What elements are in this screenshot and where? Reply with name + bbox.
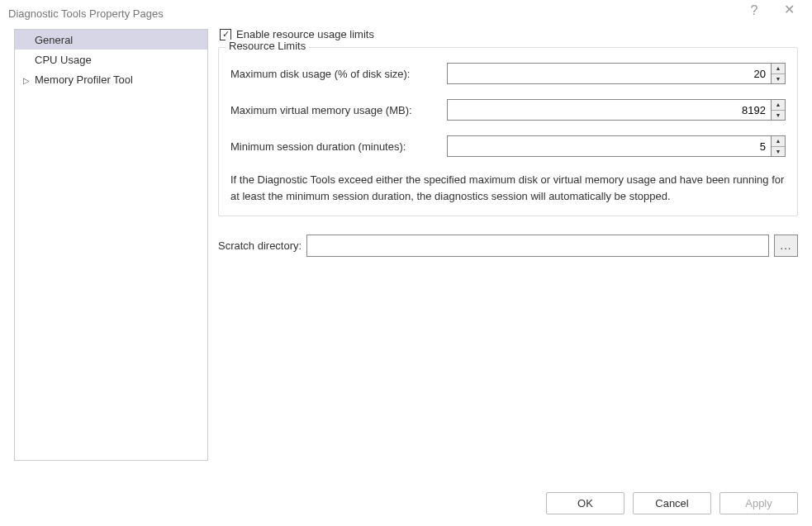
sidebar-item-label: CPU Usage — [35, 54, 92, 66]
scratch-label: Scratch directory: — [218, 239, 302, 252]
max-disk-label: Maximum disk usage (% of disk size): — [230, 68, 447, 80]
apply-button[interactable]: Apply — [719, 492, 798, 514]
enable-limits-label: Enable resource usage limits — [236, 28, 374, 40]
browse-button[interactable]: ... — [774, 235, 798, 257]
min-duration-spinner: ▲ ▼ — [447, 135, 786, 157]
spinner-up-icon[interactable]: ▲ — [772, 136, 785, 147]
max-disk-row: Maximum disk usage (% of disk size): ▲ ▼ — [230, 63, 786, 84]
max-vm-spinner: ▲ ▼ — [447, 99, 786, 121]
ok-button[interactable]: OK — [546, 492, 624, 514]
max-vm-spinner-buttons: ▲ ▼ — [771, 99, 786, 121]
sidebar-item-label: General — [35, 34, 73, 46]
min-duration-input[interactable] — [447, 135, 771, 157]
window-title: Diagnostic Tools Property Pages — [8, 7, 164, 20]
sidebar: General CPU Usage ▷ Memory Profiler Tool — [14, 29, 208, 461]
limits-description: If the Diagnostic Tools exceed either th… — [230, 172, 786, 204]
spinner-up-icon[interactable]: ▲ — [772, 100, 785, 111]
titlebar: Diagnostic Tools Property Pages ? ✕ — [0, 0, 812, 26]
max-disk-spinner-buttons: ▲ ▼ — [771, 63, 786, 84]
spinner-down-icon[interactable]: ▼ — [772, 147, 785, 157]
group-title: Resource Limits — [226, 40, 309, 52]
max-vm-label: Maximum virtual memory usage (MB): — [230, 104, 447, 116]
spinner-down-icon[interactable]: ▼ — [772, 111, 785, 121]
spinner-up-icon[interactable]: ▲ — [772, 64, 785, 74]
scratch-directory-input[interactable] — [306, 235, 769, 257]
sidebar-item-cpu-usage[interactable]: CPU Usage — [15, 50, 207, 69]
min-duration-row: Minimum session duration (minutes): ▲ ▼ — [230, 135, 786, 157]
spinner-down-icon[interactable]: ▼ — [772, 74, 785, 84]
max-disk-spinner: ▲ ▼ — [447, 63, 786, 84]
max-vm-input[interactable] — [447, 99, 771, 121]
cancel-button[interactable]: Cancel — [633, 492, 711, 514]
resource-limits-group: Resource Limits Maximum disk usage (% of… — [218, 47, 798, 216]
scratch-directory-row: Scratch directory: ... — [218, 235, 798, 257]
max-vm-row: Maximum virtual memory usage (MB): ▲ ▼ — [230, 99, 786, 121]
content-area: General CPU Usage ▷ Memory Profiler Tool… — [0, 26, 812, 489]
dialog-footer: OK Cancel Apply — [546, 492, 798, 514]
main-panel: ✓ Enable resource usage limits Resource … — [208, 26, 798, 489]
enable-limits-checkbox[interactable]: ✓ — [220, 29, 231, 40]
min-duration-spinner-buttons: ▲ ▼ — [771, 135, 786, 157]
sidebar-item-memory-profiler-tool[interactable]: ▷ Memory Profiler Tool — [15, 69, 207, 89]
enable-limits-row: ✓ Enable resource usage limits — [220, 28, 798, 40]
max-disk-input[interactable] — [447, 63, 771, 84]
help-icon[interactable]: ? — [744, 3, 764, 18]
sidebar-item-general[interactable]: General — [15, 30, 207, 50]
min-duration-label: Minimum session duration (minutes): — [230, 140, 447, 153]
close-icon[interactable]: ✕ — [777, 2, 800, 17]
sidebar-item-label: Memory Profiler Tool — [35, 73, 133, 86]
